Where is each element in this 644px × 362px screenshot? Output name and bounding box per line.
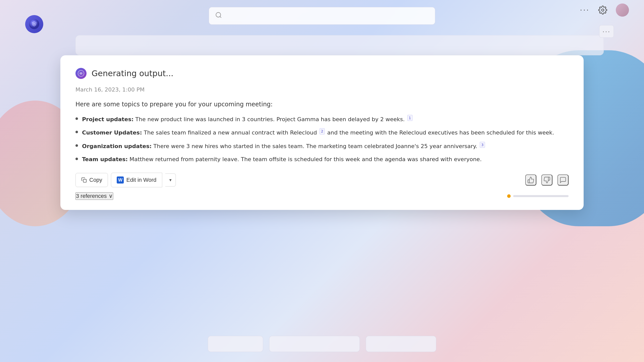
doc-card-back <box>75 35 604 55</box>
user-avatar[interactable] <box>616 4 629 17</box>
generating-title: Generating output... <box>92 69 173 78</box>
timestamp: March 16, 2023, 1:00 PM <box>75 86 569 93</box>
app-logo <box>25 15 43 33</box>
progress-bar <box>513 195 569 197</box>
bullet-content-4: Matthew returned from paternity leave. T… <box>130 156 482 162</box>
bullet-label-3: Organization updates: <box>82 143 152 149</box>
edit-word-dropdown-button[interactable]: ▾ <box>165 173 176 187</box>
copilot-logo <box>25 15 43 33</box>
copilot-small-icon <box>75 68 87 79</box>
list-item: Customer Updates: The sales team finaliz… <box>75 128 569 137</box>
intro-text: Here are some topics to prepare you for … <box>75 100 569 109</box>
edit-word-label: Edit in Word <box>126 177 156 183</box>
bullet-text-3: Organization updates: There were 3 new h… <box>82 142 486 151</box>
reference-1[interactable]: 1 <box>407 115 413 121</box>
word-icon: W <box>117 176 124 184</box>
references-label: 3 references <box>76 193 107 199</box>
more-options-icon[interactable]: ··· <box>580 6 590 14</box>
bullet-dot <box>75 131 78 133</box>
settings-icon[interactable] <box>597 5 608 16</box>
thumbs-up-icon <box>527 176 534 184</box>
content-card: Generating output... March 16, 2023, 1:0… <box>60 55 584 210</box>
copy-label: Copy <box>89 177 102 183</box>
bullet-content-3: There were 3 new hires who started in th… <box>153 143 477 149</box>
bullet-label-1: Project updates: <box>82 116 134 122</box>
generating-header: Generating output... <box>75 68 569 79</box>
copy-button[interactable]: Copy <box>75 173 108 187</box>
search-bar-container <box>209 7 435 25</box>
references-button[interactable]: 3 references ∨ <box>75 192 113 200</box>
thumbs-up-button[interactable] <box>525 174 536 186</box>
suggestion-button-1[interactable] <box>208 336 263 352</box>
action-row: Copy W Edit in Word ▾ <box>75 173 569 187</box>
thumbs-down-icon <box>543 176 550 184</box>
dropdown-chevron: ▾ <box>169 177 172 183</box>
bullet-content-2b: and the meeting with the Relecloud execu… <box>327 130 554 136</box>
references-row: 3 references ∨ <box>75 192 569 200</box>
bullet-label-4: Team updates: <box>82 156 128 162</box>
svg-line-2 <box>220 16 221 18</box>
comment-button[interactable] <box>557 174 569 186</box>
action-right <box>525 174 569 186</box>
list-item: Organization updates: There were 3 new h… <box>75 142 569 151</box>
progress-container <box>507 194 569 198</box>
svg-point-1 <box>216 13 221 17</box>
copy-icon <box>81 177 87 183</box>
action-left: Copy W Edit in Word ▾ <box>75 173 176 187</box>
search-bar[interactable] <box>209 7 435 25</box>
bullet-text-1: Project updates: The new product line wa… <box>82 115 413 124</box>
suggestion-button-2[interactable] <box>269 336 360 352</box>
avatar-image <box>616 4 629 17</box>
reference-3[interactable]: 3 <box>480 142 485 148</box>
suggestion-button-3[interactable] <box>366 336 436 352</box>
bullet-content-1: The new product line was launched in 3 c… <box>135 116 405 122</box>
references-chevron: ∨ <box>109 193 113 199</box>
search-icon <box>215 12 222 20</box>
progress-indicator <box>507 194 511 198</box>
bullet-dot <box>75 158 78 160</box>
svg-point-0 <box>602 9 604 11</box>
bullet-text-4: Team updates: Matthew returned from pate… <box>82 155 482 164</box>
bullet-text-2: Customer Updates: The sales team finaliz… <box>82 128 554 137</box>
card-menu: ··· <box>599 25 614 38</box>
comment-icon <box>559 176 567 184</box>
card-more-options-button[interactable]: ··· <box>599 25 614 38</box>
bullet-content-2a: The sales team finalized a new annual co… <box>144 130 317 136</box>
main-panel: Generating output... March 16, 2023, 1:0… <box>45 25 599 347</box>
list-item: Project updates: The new product line wa… <box>75 115 569 124</box>
bullet-list: Project updates: The new product line wa… <box>75 115 569 164</box>
bullet-dot <box>75 117 78 120</box>
suggestion-buttons <box>208 336 436 352</box>
edit-in-word-button[interactable]: W Edit in Word <box>111 173 162 187</box>
svg-rect-7 <box>83 179 86 183</box>
thumbs-down-button[interactable] <box>541 174 552 186</box>
bullet-dot <box>75 144 78 147</box>
list-item: Team updates: Matthew returned from pate… <box>75 155 569 164</box>
svg-point-6 <box>80 72 82 74</box>
reference-2[interactable]: 2 <box>319 128 325 134</box>
bullet-label-2: Customer Updates: <box>82 130 142 136</box>
